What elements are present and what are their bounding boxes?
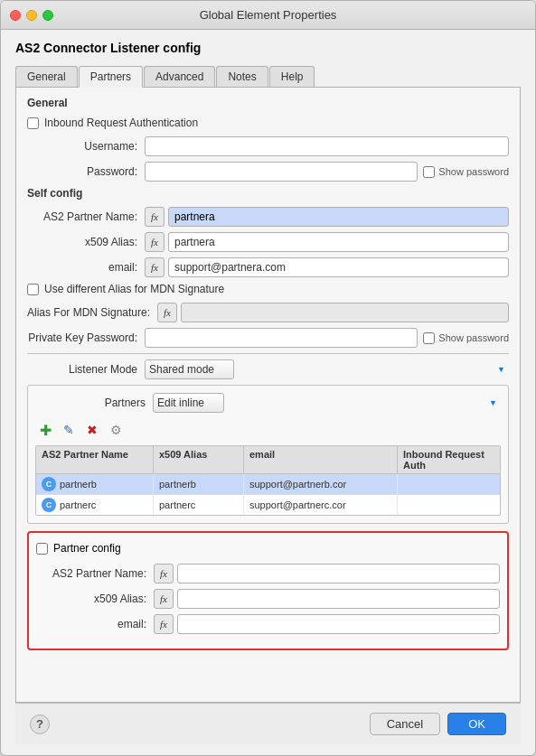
- pc-as2-name-fx-button[interactable]: fx: [154, 564, 174, 583]
- pc-x509-fx-button[interactable]: fx: [154, 589, 174, 609]
- use-diff-alias-checkbox[interactable]: [27, 284, 39, 295]
- email-input[interactable]: [168, 257, 509, 277]
- pc-x509-label: x509 Alias:: [36, 593, 154, 605]
- row2-alias: partnerc: [154, 495, 244, 515]
- row2-name: C partnerc: [36, 495, 154, 515]
- pc-as2-name-label: AS2 Partner Name:: [36, 567, 154, 580]
- table-header: AS2 Partner Name x509 Alias email Inboun…: [36, 446, 500, 474]
- delete-partner-button[interactable]: ✖: [82, 420, 102, 440]
- table-row[interactable]: C partnerc partnerc support@partnerc.cor: [36, 495, 500, 515]
- partners-top-row: Partners Edit inline: [35, 393, 501, 413]
- partners-mode-select[interactable]: Edit inline: [153, 393, 224, 413]
- partners-mode-select-wrapper: Edit inline: [153, 393, 501, 413]
- row2-email: support@partnerc.cor: [244, 495, 398, 515]
- pc-x509-row: x509 Alias: fx: [36, 589, 500, 609]
- maximize-button[interactable]: [42, 10, 53, 21]
- divider-1: [27, 353, 509, 354]
- traffic-lights: [10, 10, 53, 21]
- private-key-input[interactable]: [145, 328, 418, 348]
- row2-icon: C: [42, 498, 56, 512]
- pc-as2-name-input[interactable]: [177, 564, 500, 583]
- edit-partner-button[interactable]: ✎: [59, 420, 79, 440]
- window-title: Global Element Properties: [200, 8, 337, 22]
- pc-x509-input[interactable]: [177, 589, 500, 609]
- tab-general[interactable]: General: [15, 66, 78, 87]
- col-header-email: email: [244, 446, 398, 473]
- close-button[interactable]: [10, 10, 21, 21]
- col-header-auth: Inbound Request Auth: [398, 446, 500, 473]
- title-bar: Global Element Properties: [1, 1, 535, 30]
- footer-buttons: Cancel OK: [370, 713, 506, 735]
- alias-mdn-input[interactable]: [181, 303, 509, 322]
- listener-mode-row: Listener Mode Shared mode: [27, 359, 509, 379]
- password-field-group: Show password: [145, 162, 509, 182]
- listener-mode-select[interactable]: Shared mode: [145, 359, 234, 379]
- partner-config-label: Partner config: [53, 542, 121, 555]
- inbound-auth-label: Inbound Request Authentication: [44, 117, 198, 129]
- email-label: email:: [27, 261, 145, 274]
- username-row: Username:: [27, 136, 509, 156]
- tools-button[interactable]: ⚙: [106, 420, 126, 440]
- window-body: AS2 Connector Listener config General Pa…: [1, 30, 535, 755]
- private-key-field-group: Show password: [145, 328, 509, 348]
- table-row[interactable]: C partnerb partnerb support@partnerb.cor: [36, 474, 500, 495]
- pc-email-input[interactable]: [177, 614, 500, 634]
- partners-container: Partners Edit inline ✚ ✎ ✖ ⚙ AS2 Part: [27, 385, 509, 524]
- pc-email-row: email: fx: [36, 614, 500, 634]
- x509-alias-label: x509 Alias:: [27, 236, 145, 248]
- help-button[interactable]: ?: [30, 714, 50, 734]
- minimize-button[interactable]: [26, 10, 37, 21]
- use-diff-alias-label: Use different Alias for MDN Signature: [44, 283, 224, 295]
- listener-mode-select-wrapper: Shared mode: [145, 359, 509, 379]
- partner-config-checkbox[interactable]: [36, 543, 48, 555]
- ok-button[interactable]: OK: [447, 713, 506, 735]
- partners-toolbar: ✚ ✎ ✖ ⚙: [35, 420, 501, 440]
- row1-name: C partnerb: [36, 474, 154, 494]
- tab-notes[interactable]: Notes: [216, 66, 268, 87]
- row1-auth: [398, 474, 500, 494]
- show-password-label: Show password: [438, 166, 509, 177]
- alias-mdn-fx-button[interactable]: fx: [157, 303, 177, 322]
- x509-alias-fx-button[interactable]: fx: [145, 232, 165, 252]
- add-partner-button[interactable]: ✚: [35, 420, 55, 440]
- tab-advanced[interactable]: Advanced: [144, 66, 215, 87]
- tab-help[interactable]: Help: [269, 66, 315, 87]
- email-row: email: fx: [27, 257, 509, 277]
- main-window: Global Element Properties AS2 Connector …: [0, 0, 536, 756]
- tab-partners[interactable]: Partners: [79, 66, 143, 88]
- row1-icon: C: [42, 477, 56, 491]
- alias-mdn-label: Alias For MDN Signature:: [27, 306, 157, 319]
- cancel-button[interactable]: Cancel: [370, 713, 440, 735]
- x509-alias-row: x509 Alias: fx: [27, 232, 509, 252]
- private-key-show-password-checkbox[interactable]: [423, 332, 435, 344]
- self-config-label: Self config: [27, 187, 509, 200]
- tab-bar: General Partners Advanced Notes Help: [15, 66, 521, 88]
- as2-partner-name-input[interactable]: [168, 207, 509, 227]
- private-key-show-password-group: Show password: [423, 332, 509, 344]
- as2-partner-name-label: AS2 Partner Name:: [27, 210, 145, 223]
- row1-email: support@partnerb.cor: [244, 474, 398, 494]
- username-input[interactable]: [145, 136, 509, 156]
- use-diff-alias-row: Use different Alias for MDN Signature: [27, 283, 509, 295]
- page-title: AS2 Connector Listener config: [15, 41, 521, 55]
- footer: ? Cancel OK: [15, 703, 521, 744]
- inbound-auth-checkbox[interactable]: [27, 117, 39, 129]
- col-header-name: AS2 Partner Name: [36, 446, 154, 473]
- show-password-group: Show password: [423, 166, 509, 178]
- row1-alias: partnerb: [154, 474, 244, 494]
- pc-as2-name-row: AS2 Partner Name: fx: [36, 564, 500, 583]
- col-header-alias: x509 Alias: [154, 446, 244, 473]
- as2-partner-name-row: AS2 Partner Name: fx: [27, 207, 509, 227]
- self-config-section: Self config AS2 Partner Name: fx x509 Al…: [27, 187, 509, 277]
- pc-email-fx-button[interactable]: fx: [154, 614, 174, 634]
- tab-content: General Inbound Request Authentication U…: [15, 88, 521, 703]
- private-key-label: Private Key Password:: [27, 331, 145, 344]
- listener-mode-label: Listener Mode: [27, 363, 145, 376]
- password-input[interactable]: [145, 162, 418, 182]
- as2-partner-name-fx-button[interactable]: fx: [145, 207, 165, 227]
- show-password-checkbox[interactable]: [423, 166, 435, 178]
- email-fx-button[interactable]: fx: [145, 257, 165, 277]
- general-section-label: General: [27, 97, 509, 109]
- partners-table: AS2 Partner Name x509 Alias email Inboun…: [35, 445, 501, 516]
- x509-alias-input[interactable]: [168, 232, 509, 252]
